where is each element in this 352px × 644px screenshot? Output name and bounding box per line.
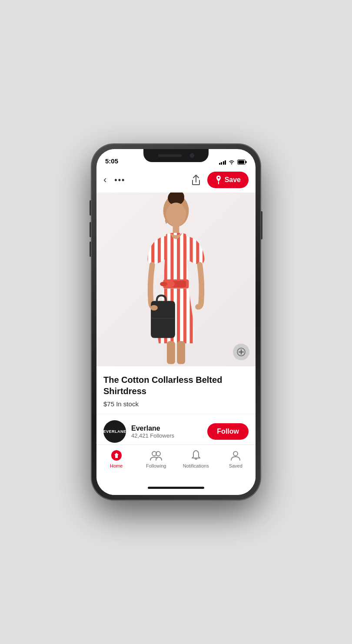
content-scroll[interactable]: The Cotton Collarless Belted Shirtdress …	[96, 193, 256, 445]
tab-home-label: Home	[110, 463, 123, 468]
nav-left: ‹ •••	[103, 174, 125, 186]
brand-left: EVERLANE Everlane 42,421 Followers	[103, 420, 174, 443]
bell-icon	[191, 450, 201, 461]
tab-following[interactable]: Following	[136, 449, 176, 468]
tab-following-label: Following	[146, 463, 166, 468]
expand-button[interactable]	[233, 344, 249, 360]
expand-icon	[237, 348, 246, 356]
svg-rect-18	[167, 341, 175, 364]
pin-icon	[215, 176, 222, 184]
home-indicator	[96, 480, 256, 495]
product-price: $75 In stock	[103, 400, 249, 408]
svg-point-17	[166, 222, 167, 223]
back-button[interactable]: ‹	[103, 174, 106, 186]
share-icon	[191, 174, 201, 186]
tab-saved-label: Saved	[229, 463, 242, 468]
product-image	[96, 193, 256, 366]
brand-info: Everlane 42,421 Followers	[131, 425, 174, 439]
notifications-tab-icon	[190, 449, 202, 461]
battery-icon	[237, 159, 247, 165]
nav-right: Save	[190, 172, 249, 188]
wifi-icon	[228, 159, 235, 165]
phone-screen: 5:05	[96, 149, 256, 495]
tab-home[interactable]: Home	[96, 449, 136, 468]
profile-icon	[230, 450, 241, 461]
status-icons	[219, 159, 247, 165]
tab-saved[interactable]: Saved	[216, 449, 256, 468]
svg-point-0	[231, 163, 232, 164]
top-nav: ‹ ••• Save	[96, 168, 256, 193]
tab-notifications[interactable]: Notifications	[176, 449, 216, 468]
product-info: The Cotton Collarless Belted Shirtdress …	[96, 366, 256, 414]
product-title: The Cotton Collarless Belted Shirtdress	[103, 374, 249, 397]
svg-point-28	[233, 451, 238, 456]
notch-speaker	[158, 154, 182, 157]
signal-icon	[219, 159, 226, 165]
brand-avatar-text: EVERLANE	[103, 429, 126, 435]
product-image-container	[96, 193, 256, 366]
notch-camera	[190, 153, 194, 158]
brand-name: Everlane	[131, 425, 174, 432]
dress-illustration	[96, 193, 256, 366]
following-tab-icon	[150, 449, 162, 461]
brand-followers: 42,421 Followers	[131, 432, 174, 439]
phone-notch	[143, 149, 209, 162]
status-time: 5:05	[105, 157, 118, 165]
tab-notifications-label: Notifications	[183, 463, 209, 468]
home-bar	[148, 487, 204, 489]
following-icon	[150, 450, 162, 461]
svg-rect-2	[238, 160, 244, 164]
home-icon	[111, 450, 122, 461]
save-button[interactable]: Save	[207, 172, 249, 188]
tab-bar: Home Following	[96, 445, 256, 480]
svg-point-21	[150, 305, 158, 311]
svg-rect-19	[177, 341, 185, 364]
brand-avatar[interactable]: EVERLANE	[103, 420, 126, 443]
brand-row: EVERLANE Everlane 42,421 Followers Follo…	[96, 414, 256, 445]
more-button[interactable]: •••	[114, 176, 125, 185]
svg-point-15	[160, 282, 167, 286]
phone-frame: 5:05	[91, 144, 261, 500]
svg-point-8	[166, 202, 186, 226]
home-tab-icon	[110, 449, 123, 461]
share-button[interactable]	[190, 174, 202, 186]
svg-rect-3	[246, 161, 247, 163]
follow-button[interactable]: Follow	[207, 423, 249, 440]
saved-tab-icon	[229, 449, 242, 461]
